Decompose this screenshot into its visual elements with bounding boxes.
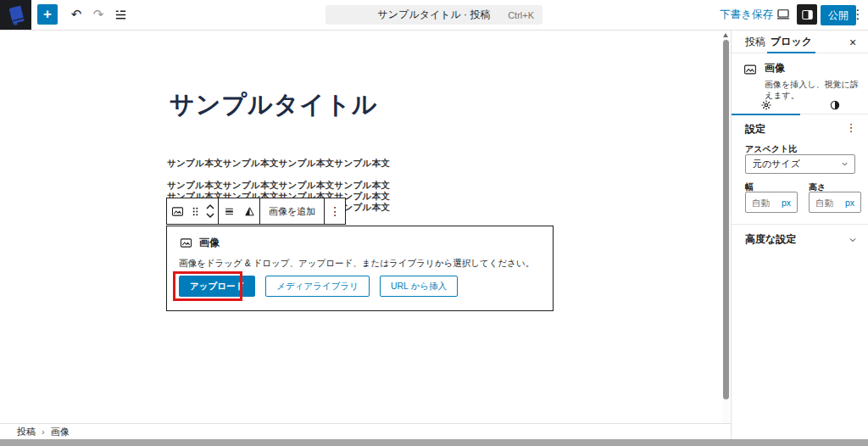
block-options-button[interactable]: ⋮ [325, 198, 345, 224]
align-button[interactable] [219, 198, 239, 224]
document-title: サンプルタイトル · 投稿 [378, 8, 491, 22]
undo-button[interactable]: ↶ [66, 4, 86, 25]
editor-top-bar: + ↶ ↷ サンプルタイトル · 投稿 Ctrl+K 下書き保存 [0, 0, 868, 31]
placeholder-description: 画像をドラッグ & ドロップ、アップロード、またはライブラリから選択してください… [179, 258, 534, 270]
sidebar-panel-icon [800, 8, 815, 22]
aspect-ratio-value: 元のサイズ [753, 158, 800, 170]
preview-button[interactable] [773, 4, 793, 25]
media-library-button[interactable]: メディアライブラリ [265, 276, 370, 297]
document-overview-button[interactable] [110, 4, 131, 25]
paragraph-line: サンプル本文サンプル本文サンプル本文サンプル本文 [167, 180, 390, 191]
scrollbar-thumb[interactable] [723, 40, 729, 399]
editor-canvas: サンプルタイトル サンプル本文サンプル本文サンプル本文サンプル本文 サンプル本文… [0, 31, 731, 423]
image-icon [170, 204, 185, 219]
advanced-settings-toggle[interactable]: 高度な設定 [732, 224, 868, 254]
list-view-icon [114, 8, 128, 22]
preview-icon [776, 7, 791, 22]
placeholder-header: 画像 [179, 236, 220, 250]
width-field: px [745, 192, 798, 213]
options-menu-button[interactable]: ⋮ [848, 4, 868, 25]
save-draft-button[interactable]: 下書き保存 [720, 8, 773, 22]
align-icon [223, 205, 236, 218]
close-sidebar-button[interactable]: × [844, 34, 861, 51]
insert-from-url-button[interactable]: URL から挿入 [380, 276, 458, 297]
chevron-down-icon [840, 159, 849, 169]
tab-styles[interactable] [800, 95, 868, 114]
block-toolbar-group: 画像を追加 [260, 198, 325, 224]
settings-sidebar: 投稿 ブロック × 画像 画像を挿入し、視覚に訴えます。 [731, 31, 868, 439]
drag-handle-icon [191, 206, 200, 217]
shortcut-hint: Ctrl+K [508, 10, 534, 20]
close-icon: × [849, 36, 856, 49]
chevron-down-icon [848, 235, 858, 245]
breadcrumb-post[interactable]: 投稿 [17, 426, 36, 438]
canvas-scrollbar[interactable] [722, 31, 730, 423]
block-toolbar: 画像を追加 ⋮ [166, 198, 346, 225]
sidebar-tabs: 投稿 ブロック × [732, 31, 868, 53]
scrollbar-up-arrow[interactable] [723, 33, 728, 37]
image-placeholder-block[interactable]: 画像 画像をドラッグ & ドロップ、アップロード、またはライブラリから選択してく… [166, 226, 554, 311]
duotone-filter-icon [243, 205, 256, 218]
width-input[interactable] [746, 198, 778, 208]
ellipsis-vertical-icon: ⋮ [329, 205, 341, 217]
settings-options-button[interactable]: ⋮ [843, 119, 860, 136]
block-card-title: 画像 [765, 61, 865, 75]
drag-handle[interactable] [187, 198, 203, 224]
styles-contrast-icon [829, 99, 841, 111]
settings-sidebar-toggle[interactable] [797, 4, 817, 25]
height-input[interactable] [810, 198, 842, 208]
aspect-ratio-select[interactable]: 元のサイズ [745, 154, 855, 174]
advanced-settings-label: 高度な設定 [745, 232, 796, 247]
placeholder-title: 画像 [199, 236, 220, 250]
site-logo[interactable] [0, 0, 31, 30]
breadcrumb-separator: › [42, 426, 45, 437]
bottom-strip [0, 439, 868, 446]
command-palette[interactable]: サンプルタイトル · 投稿 Ctrl+K [326, 5, 542, 25]
ellipsis-vertical-icon: ⋮ [852, 7, 865, 22]
undo-icon: ↶ [71, 7, 82, 22]
block-toolbar-group [167, 198, 219, 224]
breadcrumb-image[interactable]: 画像 [51, 426, 70, 438]
gear-icon [760, 99, 772, 111]
settings-panel-heading: 設定 [745, 122, 765, 137]
sidebar-icon-tabs [732, 95, 868, 114]
breadcrumb: 投稿 › 画像 [0, 423, 731, 439]
height-unit: px [845, 198, 854, 208]
tab-post[interactable]: 投稿 [745, 31, 765, 53]
book-icon [5, 4, 27, 26]
upload-button[interactable]: アップロード [179, 276, 255, 297]
block-inserter-button[interactable]: + [37, 4, 58, 25]
placeholder-buttons: アップロード メディアライブラリ URL から挿入 [179, 276, 458, 297]
block-mover[interactable] [203, 198, 218, 224]
tab-block[interactable]: ブロック [771, 31, 812, 53]
image-block-type-button[interactable] [167, 198, 187, 224]
redo-button[interactable]: ↷ [88, 4, 108, 25]
duotone-filter-button[interactable] [239, 198, 259, 224]
plus-icon: + [43, 6, 52, 23]
mover-arrows-icon [205, 203, 215, 219]
block-toolbar-group: ⋮ [325, 198, 345, 224]
image-icon [179, 236, 193, 250]
redo-icon: ↷ [93, 7, 104, 22]
width-unit: px [782, 198, 791, 208]
tab-settings[interactable] [732, 95, 800, 114]
height-field: px [809, 192, 861, 213]
post-title[interactable]: サンプルタイトル [170, 88, 377, 122]
paragraph-block[interactable]: サンプル本文サンプル本文サンプル本文サンプル本文 [167, 158, 390, 170]
block-toolbar-group [219, 198, 260, 224]
add-image-button[interactable]: 画像を追加 [260, 205, 324, 218]
aspect-ratio-label: アスペクト比 [745, 143, 797, 155]
ellipsis-vertical-icon: ⋮ [846, 121, 857, 134]
